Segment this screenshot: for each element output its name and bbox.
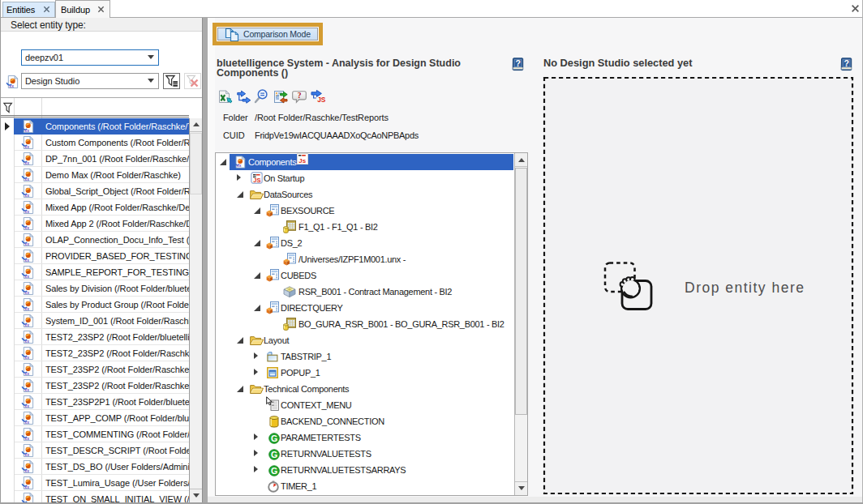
svg-text:xx: xx — [24, 144, 29, 149]
svg-text:xx: xx — [24, 420, 29, 425]
svg-text:JS: JS — [253, 177, 260, 184]
svg-text:xx: xx — [24, 241, 29, 246]
svg-text:xx: xx — [24, 436, 29, 441]
svg-text:xx: xx — [237, 164, 242, 168]
svg-text:Js: Js — [298, 157, 306, 164]
svg-text:xx: xx — [24, 306, 29, 311]
svg-text:xx: xx — [24, 128, 29, 133]
svg-text:G: G — [271, 466, 277, 476]
svg-text:?: ? — [298, 92, 302, 100]
svg-text:xx: xx — [24, 387, 29, 392]
svg-text:xx: xx — [24, 371, 29, 376]
svg-text:xx: xx — [24, 209, 29, 214]
svg-text:JS: JS — [317, 96, 326, 103]
svg-text:xx: xx — [24, 258, 29, 263]
svg-text:xx: xx — [24, 485, 29, 489]
svg-text:G: G — [271, 434, 277, 443]
svg-text:xx: xx — [24, 355, 29, 360]
svg-text:xx: xx — [24, 225, 29, 230]
svg-text:xx: xx — [24, 160, 29, 165]
svg-text:xx: xx — [24, 177, 29, 182]
svg-text:?: ? — [844, 58, 848, 68]
svg-text:G: G — [271, 450, 277, 459]
svg-text:xx: xx — [24, 404, 29, 408]
svg-text:xx: xx — [24, 468, 29, 473]
svg-text:xx: xx — [9, 83, 14, 88]
svg-text:?: ? — [515, 58, 520, 68]
svg-text:xx: xx — [24, 290, 29, 295]
svg-text:xx: xx — [24, 322, 29, 327]
svg-text:xx: xx — [24, 193, 29, 198]
svg-text:xx: xx — [24, 339, 29, 344]
svg-text:xx: xx — [24, 452, 29, 457]
svg-text:xx: xx — [24, 274, 29, 279]
